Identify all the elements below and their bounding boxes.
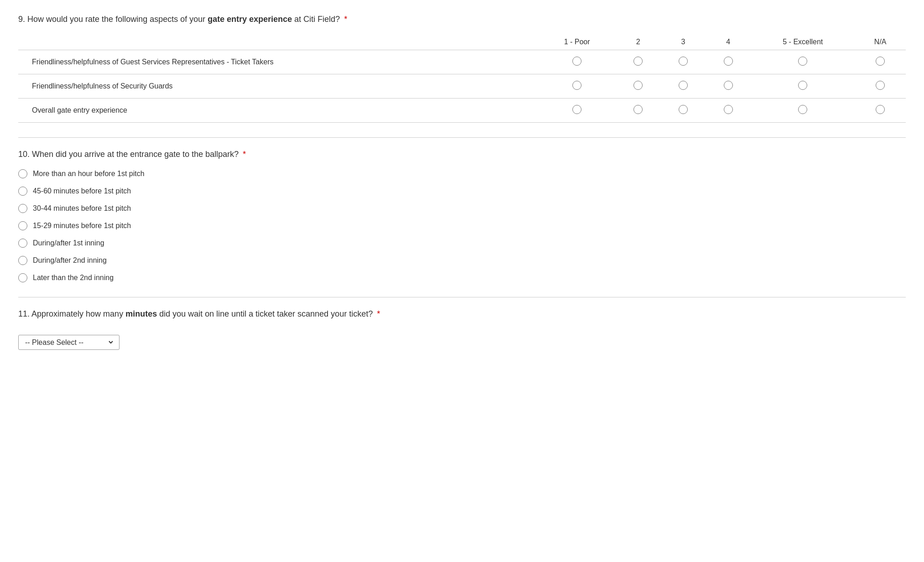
question-10-title: 10. When did you arrive at the entrance … (18, 149, 906, 160)
row3-radio2[interactable] (633, 105, 643, 114)
rating-col3-header: 3 (661, 34, 706, 50)
row2-radio2-cell (616, 74, 661, 99)
q10-label-7: Later than the 2nd inning (33, 274, 114, 282)
q10-radio-4[interactable] (18, 221, 27, 230)
q10-label-3: 30-44 minutes before 1st pitch (33, 204, 131, 213)
row2-radio3[interactable] (679, 81, 688, 90)
q9-text-before: How would you rate the following aspects… (27, 15, 208, 24)
row1-radio5-cell (751, 50, 855, 74)
question-9-title: 9. How would you rate the following aspe… (18, 14, 906, 25)
q10-label-5: During/after 1st inning (33, 239, 104, 247)
row2-radio1[interactable] (572, 81, 581, 90)
rating-col1-header: 1 - Poor (539, 34, 616, 50)
q10-label-2: 45-60 minutes before 1st pitch (33, 187, 131, 195)
question-11: 11. Approximately how many minutes did y… (18, 308, 906, 349)
q9-number: 9. (18, 15, 25, 24)
q9-bold: gate entry experience (208, 15, 292, 24)
row1-radio3-cell (661, 50, 706, 74)
row1-label: Friendliness/helpfulness of Guest Servic… (18, 50, 539, 74)
row3-radio2-cell (616, 99, 661, 123)
row2-radio1-cell (539, 74, 616, 99)
row1-radiona[interactable] (876, 57, 885, 66)
row1-radio1[interactable] (572, 57, 581, 66)
q10-number: 10. (18, 150, 30, 159)
section-divider-2 (18, 297, 906, 297)
q10-radio-1[interactable] (18, 169, 27, 178)
row1-radiona-cell (855, 50, 906, 74)
q10-label-6: During/after 2nd inning (33, 256, 107, 265)
q10-label-4: 15-29 minutes before 1st pitch (33, 222, 131, 230)
q10-option-6: During/after 2nd inning (18, 256, 906, 265)
q11-number: 11. (18, 309, 30, 318)
row3-radio5[interactable] (798, 105, 807, 114)
row2-label: Friendliness/helpfulness of Security Gua… (18, 74, 539, 99)
row1-radio2-cell (616, 50, 661, 74)
q11-text-after: did you wait on line until a ticket take… (157, 309, 373, 318)
q9-text-after: at Citi Field? (292, 15, 340, 24)
q10-option-5: During/after 1st inning (18, 239, 906, 248)
row2-radio5-cell (751, 74, 855, 99)
row3-radiona-cell (855, 99, 906, 123)
row1-radio4-cell (706, 50, 751, 74)
row2-radio4-cell (706, 74, 751, 99)
row3-radio1-cell (539, 99, 616, 123)
q10-option-3: 30-44 minutes before 1st pitch (18, 204, 906, 213)
row3-label: Overall gate entry experience (18, 99, 539, 123)
row3-radio3-cell (661, 99, 706, 123)
q10-radio-7[interactable] (18, 273, 27, 282)
q11-select-wrapper: -- Please Select -- 0 minutes 1 minute 2… (18, 335, 119, 350)
question-9: 9. How would you rate the following aspe… (18, 14, 906, 123)
row1-radio1-cell (539, 50, 616, 74)
question-11-title: 11. Approximately how many minutes did y… (18, 308, 906, 320)
q10-option-7: Later than the 2nd inning (18, 273, 906, 282)
row2-radiona[interactable] (876, 81, 885, 90)
row1-radio3[interactable] (679, 57, 688, 66)
row3-radio4[interactable] (724, 105, 733, 114)
q10-required: * (243, 150, 246, 159)
table-row: Friendliness/helpfulness of Security Gua… (18, 74, 906, 99)
q10-radio-6[interactable] (18, 256, 27, 265)
row1-radio5[interactable] (798, 57, 807, 66)
rating-col4-header: 4 (706, 34, 751, 50)
q11-required: * (377, 309, 380, 318)
rating-table-q9: 1 - Poor 2 3 4 5 - Excellent N/A Friendl… (18, 34, 906, 123)
row3-radio4-cell (706, 99, 751, 123)
table-row: Friendliness/helpfulness of Guest Servic… (18, 50, 906, 74)
q10-radio-2[interactable] (18, 187, 27, 196)
section-divider (18, 137, 906, 138)
q10-radio-3[interactable] (18, 204, 27, 213)
rating-col2-header: 2 (616, 34, 661, 50)
row3-radio5-cell (751, 99, 855, 123)
row2-radio5[interactable] (798, 81, 807, 90)
q10-text: When did you arrive at the entrance gate… (32, 150, 239, 159)
q10-option-1: More than an hour before 1st pitch (18, 169, 906, 178)
q10-radio-5[interactable] (18, 239, 27, 248)
rating-label-header (18, 34, 539, 50)
rating-col6-header: N/A (855, 34, 906, 50)
q11-bold: minutes (125, 309, 157, 318)
row2-radio2[interactable] (633, 81, 643, 90)
question-10: 10. When did you arrive at the entrance … (18, 149, 906, 282)
row3-radio1[interactable] (572, 105, 581, 114)
row3-radio3[interactable] (679, 105, 688, 114)
row2-radio4[interactable] (724, 81, 733, 90)
table-row: Overall gate entry experience (18, 99, 906, 123)
q11-dropdown[interactable]: -- Please Select -- 0 minutes 1 minute 2… (23, 338, 114, 347)
q11-text-before: Approximately how many (31, 309, 125, 318)
row1-radio2[interactable] (633, 57, 643, 66)
row3-radiona[interactable] (876, 105, 885, 114)
q10-label-1: More than an hour before 1st pitch (33, 170, 145, 178)
row1-radio4[interactable] (724, 57, 733, 66)
row2-radiona-cell (855, 74, 906, 99)
rating-header-row: 1 - Poor 2 3 4 5 - Excellent N/A (18, 34, 906, 50)
rating-col5-header: 5 - Excellent (751, 34, 855, 50)
row2-radio3-cell (661, 74, 706, 99)
q9-required: * (344, 15, 347, 24)
q10-option-2: 45-60 minutes before 1st pitch (18, 187, 906, 196)
q10-option-4: 15-29 minutes before 1st pitch (18, 221, 906, 230)
